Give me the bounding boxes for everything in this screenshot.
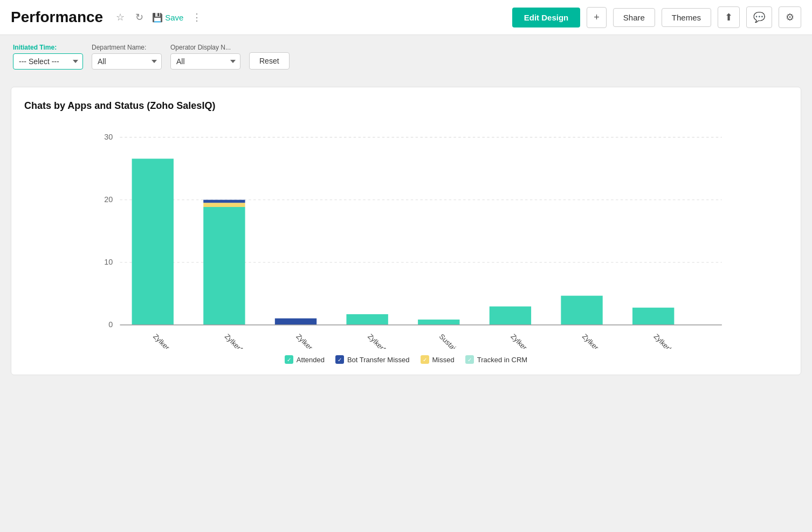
more-options-button[interactable]: ⋮ — [190, 9, 204, 25]
gear-icon: ⚙ — [786, 11, 794, 23]
bot-transfer-missed-legend-label: Bot Transfer Missed — [347, 356, 410, 364]
svg-text:Zylker Corp: Zylker Corp — [152, 332, 183, 349]
legend-attended: ✓ Attended — [285, 355, 325, 364]
svg-text:30: 30 — [104, 133, 113, 141]
bar-chart: 0 10 20 30 Zylker Corp ZylkerPoultry Zyl… — [24, 122, 788, 349]
svg-text:10: 10 — [104, 258, 113, 266]
legend-bot-transfer-missed: ✓ Bot Transfer Missed — [335, 355, 410, 364]
export-icon: ⬆ — [725, 11, 733, 23]
tracked-in-crm-legend-label: Tracked in CRM — [477, 356, 527, 364]
tracked-in-crm-legend-icon: ✓ — [465, 355, 474, 364]
filter-bar: Initiated Time: --- Select --- Departmen… — [0, 35, 812, 78]
star-button[interactable]: ☆ — [114, 9, 127, 25]
app-header: Performance ☆ ↻ 💾 Save ⋮ Edit Design + S… — [0, 0, 812, 35]
operator-display-select[interactable]: All — [170, 53, 240, 70]
export-button[interactable]: ⬆ — [718, 6, 740, 28]
save-icon: 💾 — [152, 12, 163, 23]
reset-button[interactable]: Reset — [249, 52, 290, 70]
share-button[interactable]: Share — [613, 8, 655, 27]
comment-icon: 💬 — [753, 11, 765, 23]
initiated-time-label: Initiated Time: — [13, 44, 83, 51]
bar-zylker-geo-attended — [561, 296, 602, 325]
chart-legend: ✓ Attended ✓ Bot Transfer Missed ✓ Misse… — [24, 355, 788, 364]
svg-text:ZylkerPoultry: ZylkerPoultry — [223, 332, 259, 349]
legend-missed: ✓ Missed — [421, 355, 455, 364]
initiated-time-filter: Initiated Time: --- Select --- — [13, 44, 83, 70]
comment-button[interactable]: 💬 — [746, 6, 772, 28]
attended-legend-label: Attended — [297, 356, 325, 364]
bot-transfer-missed-legend-icon: ✓ — [335, 355, 344, 364]
bar-zylkerpoultry-bot-transfer — [203, 200, 245, 203]
bar-zylker-farmsupp-bot-transfer — [275, 319, 316, 325]
bar-sustainable-living-attended — [418, 320, 459, 325]
svg-text:Zylker Geo: Zylker Geo — [581, 332, 611, 349]
svg-text:ZylkerFresh: ZylkerFresh — [366, 332, 398, 349]
svg-text:Zylker FarmSupp...: Zylker FarmSupp... — [294, 332, 343, 349]
department-name-label: Department Name: — [92, 44, 162, 51]
svg-text:Sustainable living: Sustainable living — [438, 332, 483, 349]
refresh-button[interactable]: ↻ — [133, 9, 146, 25]
svg-text:Zylkerhomes: Zylkerhomes — [652, 332, 687, 349]
themes-button[interactable]: Themes — [662, 8, 711, 27]
svg-text:20: 20 — [104, 195, 113, 204]
missed-legend-icon: ✓ — [421, 355, 429, 364]
bar-zylkerpoultry-attended — [203, 207, 245, 325]
operator-display-filter: Operator Display N... All — [170, 44, 240, 70]
missed-legend-label: Missed — [432, 356, 455, 364]
department-name-filter: Department Name: All — [92, 44, 162, 70]
chart-area: 0 10 20 30 Zylker Corp ZylkerPoultry Zyl… — [24, 122, 788, 349]
bar-zylker-pumps-attended — [490, 307, 531, 325]
chart-title: Chats by Apps and Status (Zoho SalesIQ) — [24, 100, 788, 112]
chart-container: Chats by Apps and Status (Zoho SalesIQ) … — [11, 87, 801, 375]
edit-design-button[interactable]: Edit Design — [512, 8, 581, 27]
attended-legend-icon: ✓ — [285, 355, 293, 364]
svg-text:Zylker Pumps: Zylker Pumps — [509, 332, 546, 349]
department-name-select[interactable]: All — [92, 53, 162, 70]
svg-text:0: 0 — [108, 320, 113, 329]
add-button[interactable]: + — [587, 7, 607, 28]
operator-display-label: Operator Display N... — [170, 44, 240, 51]
bar-zylkerfresh-attended — [346, 314, 388, 325]
save-button[interactable]: 💾 Save — [152, 12, 183, 23]
bar-zylkerpoultry-missed — [203, 203, 245, 207]
page-title: Performance — [11, 9, 103, 26]
legend-tracked-in-crm: ✓ Tracked in CRM — [465, 355, 527, 364]
bar-zylkerhomes-attended — [632, 308, 674, 325]
initiated-time-select[interactable]: --- Select --- — [13, 53, 83, 70]
bar-zylker-corp-attended — [132, 158, 174, 324]
settings-button[interactable]: ⚙ — [779, 6, 801, 28]
